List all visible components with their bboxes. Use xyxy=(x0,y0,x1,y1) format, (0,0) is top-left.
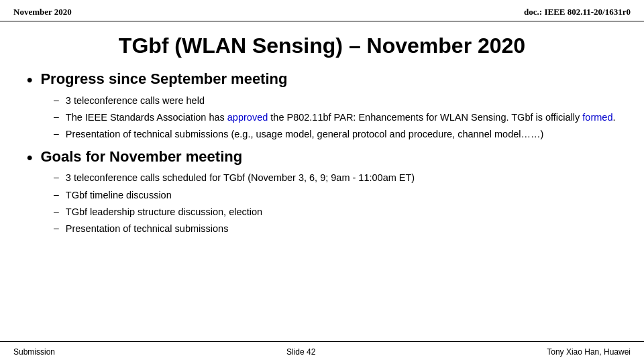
bullet-progress: • Progress since September meeting xyxy=(27,70,617,90)
footer-submission: Submission xyxy=(13,347,55,357)
sub-bullet-3-text: Presentation of technical submissions (e… xyxy=(66,127,544,141)
sub-bullet-g3: – TGbf leadership structure discussion, … xyxy=(54,205,617,219)
slide-title: TGbf (WLAN Sensing) – November 2020 xyxy=(0,21,644,68)
bullet-progress-label: Progress since September meeting xyxy=(40,70,287,88)
sub-bullet-g1: – 3 teleconference calls scheduled for T… xyxy=(54,171,617,184)
dash-g4: – xyxy=(54,222,59,235)
dash-2: – xyxy=(54,111,59,124)
sub-bullet-g3-text: TGbf leadership structure discussion, el… xyxy=(66,205,262,219)
sub-bullet-g2: – TGbf timeline discussion xyxy=(54,188,617,202)
sub-bullet-2: – The IEEE Standards Association has app… xyxy=(54,111,617,124)
slide-footer: Submission Slide 42 Tony Xiao Han, Huawe… xyxy=(0,341,644,362)
footer-author: Tony Xiao Han, Huawei xyxy=(547,347,631,357)
bullet-goals: • Goals for November meeting xyxy=(27,148,617,168)
sub-bullets-goals: – 3 teleconference calls scheduled for T… xyxy=(54,171,617,235)
dash-g2: – xyxy=(54,188,59,202)
bullet-dot-2: • xyxy=(27,148,32,168)
bullet-goals-label: Goals for November meeting xyxy=(40,148,242,166)
slide-header: November 2020 doc.: IEEE 802.11-20/1631r… xyxy=(0,0,644,21)
dash-g1: – xyxy=(54,171,59,184)
sub-bullet-2-text: The IEEE Standards Association has appro… xyxy=(66,111,616,124)
slide-content: • Progress since September meeting – 3 t… xyxy=(0,70,644,236)
formed-text: formed xyxy=(582,112,612,123)
dash-3: – xyxy=(54,127,59,141)
sub-bullet-g4: – Presentation of technical submissions xyxy=(54,222,617,235)
approved-text: approved xyxy=(227,112,268,123)
sub-bullet-g2-text: TGbf timeline discussion xyxy=(66,188,172,202)
footer-slide-number: Slide 42 xyxy=(286,347,315,357)
sub-bullets-progress: – 3 teleconference calls were held – The… xyxy=(54,94,617,141)
bullet-dot-1: • xyxy=(27,70,32,90)
header-date: November 2020 xyxy=(13,7,72,17)
sub-bullet-g1-text: 3 teleconference calls scheduled for TGb… xyxy=(66,171,415,184)
dash-1: – xyxy=(54,94,59,107)
sub-bullet-1-text: 3 teleconference calls were held xyxy=(66,94,205,107)
header-doc: doc.: IEEE 802.11-20/1631r0 xyxy=(524,7,631,17)
dash-g3: – xyxy=(54,205,59,219)
sub-bullet-g4-text: Presentation of technical submissions xyxy=(66,222,229,235)
sub-bullet-3: – Presentation of technical submissions … xyxy=(54,127,617,141)
slide: November 2020 doc.: IEEE 802.11-20/1631r… xyxy=(0,0,644,362)
sub-bullet-1: – 3 teleconference calls were held xyxy=(54,94,617,107)
